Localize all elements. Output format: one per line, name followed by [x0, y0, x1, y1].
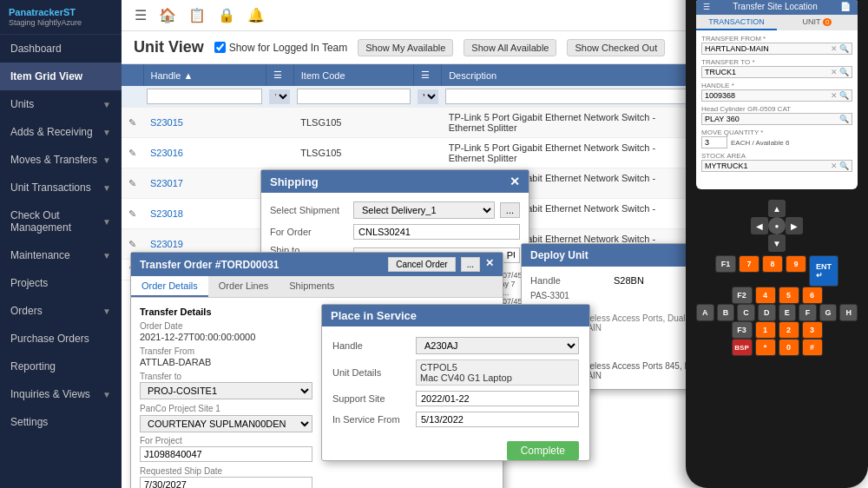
key-f1[interactable]: F1 [715, 255, 736, 273]
select-shipment-dropdown[interactable]: Select Delivery_1 [353, 201, 495, 219]
cancel-order-button[interactable]: Cancel Order [388, 257, 455, 272]
shipping-close-button[interactable]: ✕ [510, 175, 520, 188]
key-9[interactable]: 9 [786, 255, 806, 273]
zebra-stock-search[interactable]: 🔍 [839, 162, 849, 170]
zebra-qty-input[interactable] [701, 136, 727, 148]
handle-filter-select[interactable]: ▼ [269, 89, 290, 104]
handle-link[interactable]: S23019 [150, 239, 183, 249]
col-itemcode-filter[interactable]: ☰ [414, 64, 442, 86]
handle-link[interactable]: S23018 [150, 208, 183, 219]
transfer-more-button[interactable]: ... [461, 257, 480, 272]
sidebar-item-adds-receiving[interactable]: Adds & Receiving▼ [0, 118, 122, 146]
dpad-up[interactable]: ▲ [768, 200, 786, 217]
home-icon[interactable]: 🏠 [159, 7, 176, 23]
zebra-stock-clear[interactable]: ✕ [831, 162, 838, 170]
shipment-select-button[interactable]: ... [500, 202, 520, 218]
clipboard-icon[interactable]: 📋 [188, 7, 206, 23]
itemcode-filter-select[interactable]: ▼ [418, 89, 438, 104]
edit-icon[interactable]: ✎ [128, 117, 136, 128]
key-bksp[interactable]: BSP [732, 339, 753, 356]
col-handle-filter[interactable]: ☰ [266, 64, 293, 86]
sidebar-item-settings[interactable]: Settings [0, 408, 122, 436]
pis-support-input[interactable] [416, 391, 579, 406]
zebra-tt-search[interactable]: 🔍 [839, 68, 849, 76]
zebra-transfer-to-value[interactable]: TRUCK1 ✕ 🔍 [701, 66, 852, 78]
sidebar-item-dashboard[interactable]: Dashboard [0, 35, 122, 63]
transfer-to-select[interactable]: PROJ-COSITE1 [140, 382, 312, 399]
zebra-tf-search[interactable]: 🔍 [839, 44, 849, 53]
tab-order-lines[interactable]: Order Lines [208, 276, 279, 297]
key-e[interactable]: E [779, 304, 797, 321]
show-checked-out-button[interactable]: Show Checked Out [567, 39, 665, 56]
key-h[interactable]: H [839, 304, 858, 321]
key-hash[interactable]: # [802, 339, 823, 356]
zebra-h-clear[interactable]: ✕ [831, 91, 838, 100]
sidebar-item-orders[interactable]: Orders▼ [0, 297, 122, 325]
sidebar-item-unit-transactions[interactable]: Unit Transactions▼ [0, 174, 122, 201]
zebra-tab-transaction[interactable]: TRANSACTION [696, 15, 777, 30]
dpad-right[interactable]: ▶ [786, 217, 803, 234]
zebra-tf-clear[interactable]: ✕ [831, 44, 838, 53]
key-d[interactable]: D [758, 304, 776, 321]
itemcode-filter-input[interactable] [297, 89, 410, 104]
dpad-center[interactable]: ● [768, 217, 786, 234]
zebra-stock-value[interactable]: MYTRUCK1 ✕ 🔍 [701, 160, 852, 172]
sidebar-item-maintenance[interactable]: Maintenance▼ [0, 241, 122, 269]
sidebar-item-item-grid-view[interactable]: Item Grid View [0, 63, 122, 90]
transfer-close-button[interactable]: ✕ [485, 257, 494, 272]
ship-date-input[interactable] [140, 477, 312, 488]
handle-link[interactable]: S23017 [150, 178, 183, 188]
zebra-h-search[interactable]: 🔍 [839, 91, 849, 100]
zebra-tab-unit[interactable]: UNIT 0 [777, 15, 858, 30]
key-6[interactable]: 6 [802, 287, 823, 304]
bell-icon[interactable]: 🔔 [247, 7, 265, 23]
sidebar-item-moves-transfers[interactable]: Moves & Transfers▼ [0, 146, 122, 174]
show-logged-in-team-label[interactable]: Show for Logged In Team [214, 42, 348, 54]
key-c[interactable]: C [737, 304, 755, 321]
pis-handle-select[interactable]: A230AJ [416, 337, 579, 354]
for-order-input[interactable] [353, 224, 520, 240]
key-ent[interactable]: ENT↵ [809, 255, 838, 287]
key-7[interactable]: 7 [739, 255, 760, 273]
key-4[interactable]: 4 [755, 287, 776, 304]
key-1[interactable]: 1 [755, 321, 776, 339]
tab-order-details[interactable]: Order Details [131, 276, 208, 297]
zebra-handle-value[interactable]: 1009368 ✕ 🔍 [701, 89, 852, 102]
key-f2[interactable]: F2 [732, 287, 753, 304]
dpad-down[interactable]: ▼ [768, 234, 786, 252]
key-f[interactable]: F [799, 304, 817, 321]
sidebar-item-units[interactable]: Units▼ [0, 90, 122, 118]
sidebar-item-reporting[interactable]: Reporting [0, 353, 122, 380]
key-a[interactable]: A [696, 304, 714, 321]
key-8[interactable]: 8 [762, 255, 783, 273]
show-my-available-button[interactable]: Show My Available [358, 39, 453, 56]
key-0[interactable]: 0 [779, 339, 799, 356]
edit-icon[interactable]: ✎ [128, 178, 136, 188]
edit-icon[interactable]: ✎ [128, 239, 136, 249]
handle-link[interactable]: S23016 [150, 148, 183, 158]
handle-filter-input[interactable] [147, 89, 262, 104]
key-f3[interactable]: F3 [732, 321, 753, 339]
show-all-available-button[interactable]: Show All Available [464, 39, 556, 56]
lock-icon[interactable]: 🔒 [218, 7, 235, 23]
handle-link[interactable]: S23015 [150, 117, 183, 128]
zebra-menu-icon[interactable]: ☰ [703, 3, 710, 11]
show-logged-in-checkbox[interactable] [214, 42, 226, 53]
description-filter-input[interactable] [445, 89, 687, 104]
key-3[interactable]: 3 [802, 321, 823, 339]
col-itemcode[interactable]: Item Code [293, 64, 413, 86]
key-g[interactable]: G [819, 304, 838, 321]
zebra-tt-clear[interactable]: ✕ [831, 68, 838, 76]
sidebar-item-inquiries-views[interactable]: Inquiries & Views▼ [0, 380, 122, 408]
zebra-cat-search[interactable]: 🔍 [839, 115, 849, 123]
pis-service-input[interactable] [416, 412, 579, 427]
key-star[interactable]: * [755, 339, 776, 356]
col-handle[interactable]: Handle ▲ [143, 64, 266, 86]
sidebar-item-checkout-management[interactable]: Check Out Management▼ [0, 201, 122, 241]
hamburger-icon[interactable]: ☰ [135, 7, 147, 23]
zebra-category-value[interactable]: PLAY 360 🔍 [701, 113, 852, 125]
dpad-left[interactable]: ◀ [751, 217, 768, 234]
zebra-transfer-from-value[interactable]: HARTLAND-MAIN ✕ 🔍 [701, 43, 852, 55]
edit-icon[interactable]: ✎ [128, 208, 136, 219]
col-description[interactable]: Description [442, 64, 690, 86]
